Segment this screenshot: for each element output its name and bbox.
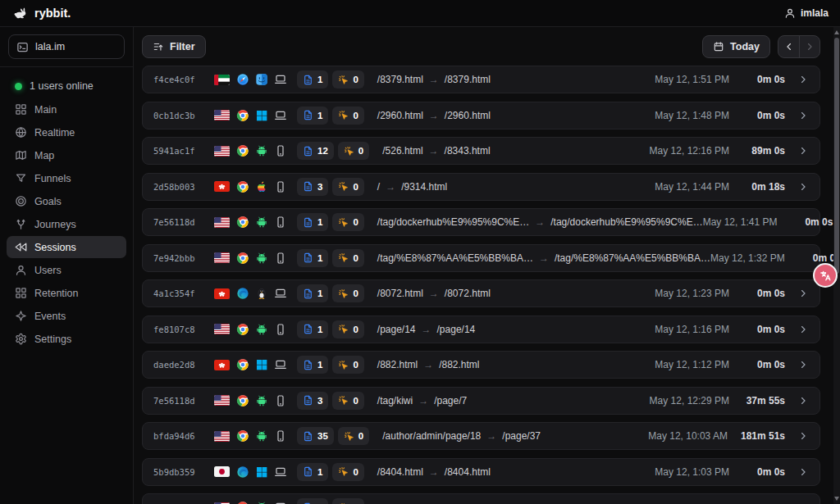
events-badge: 0 [332, 178, 363, 196]
sidebar-item-events[interactable]: Events [7, 305, 126, 327]
chevron-right-icon[interactable] [797, 110, 809, 121]
prev-date-button[interactable] [778, 36, 799, 57]
arrow-right-icon: → [429, 288, 439, 299]
chevron-right-icon[interactable] [797, 430, 809, 442]
sidebar-item-label: Realtime [34, 127, 75, 138]
site-selector[interactable]: lala.im [8, 34, 125, 59]
pageviews-badge: 3 [297, 392, 328, 410]
session-row[interactable]: 0cb1dc3b 1 0 /2960.html → /2960.html May… [142, 102, 820, 129]
chevron-right-icon[interactable] [797, 359, 809, 370]
sidebar-item-retention[interactable]: Retention [7, 282, 126, 304]
android-icon [255, 252, 268, 265]
chevron-right-icon[interactable] [797, 181, 809, 193]
session-duration: 181m 51s [741, 430, 785, 442]
chevron-right-icon[interactable] [797, 145, 809, 157]
sidebar-item-sessions[interactable]: Sessions [7, 236, 126, 258]
events-badge: 0 [332, 320, 363, 338]
session-id: 2d58b003 [153, 182, 204, 192]
sidebar-item-settings[interactable]: Settings [7, 328, 126, 350]
sidebar-item-label: Events [34, 311, 66, 322]
file-text-icon [303, 360, 313, 370]
mouse-pointer-click-icon [338, 324, 349, 334]
windows-icon [255, 109, 268, 122]
session-row[interactable]: f4ce4c0f 1 0 /8379.html → /8379.html May… [142, 66, 820, 93]
next-date-button[interactable] [799, 36, 819, 57]
mouse-pointer-click-icon [338, 395, 349, 406]
app-logo[interactable]: rybbit. [11, 6, 71, 20]
desktop-icon [274, 287, 287, 300]
sidebar-item-realtime[interactable]: Realtime [7, 121, 126, 143]
sidebar-item-users[interactable]: Users [7, 259, 126, 281]
site-name: lala.im [35, 41, 65, 52]
sidebar-item-main[interactable]: Main [7, 98, 126, 120]
sidebar-item-goals[interactable]: Goals [7, 190, 126, 212]
edge-icon [236, 465, 249, 479]
pageviews-badge: 35 [297, 427, 334, 445]
session-date: May 12, 1:51 PM [655, 74, 729, 85]
exit-path: /9314.html [401, 181, 447, 193]
sessions-page: Filter Today f4ce4c0f 1 0 /83 [134, 27, 840, 504]
chevron-left-icon [783, 41, 795, 52]
entry-path: /526.html [382, 145, 422, 157]
chevron-right-icon[interactable] [797, 288, 809, 299]
pageviews-badge: 1 [297, 356, 328, 374]
date-controls: Today [702, 35, 820, 58]
arrow-right-icon: → [429, 145, 439, 157]
translate-floating-button[interactable] [813, 263, 838, 288]
scrollbar-thumb[interactable] [834, 38, 839, 274]
session-duration: 0m 0s [790, 216, 833, 228]
session-row[interactable]: daede2d8 1 0 /882.html → /882.html May 1… [142, 351, 820, 379]
file-text-icon [303, 431, 313, 442]
session-id: 0cb1dc3b [153, 111, 204, 120]
exit-path: /8072.html [445, 288, 491, 299]
session-row[interactable]: 2d58b003 3 0 / → /9314.html May 12, 1:44… [142, 173, 820, 201]
session-row[interactable]: bfda94d6 35 0 /author/admin/page/18 → /p… [142, 422, 820, 450]
session-row[interactable]: 5b9db359 1 0 /8404.html → /8404.html May… [142, 458, 820, 486]
session-row[interactable]: 5941ac1f 12 0 /526.html → /8343.html May… [142, 137, 820, 165]
arrow-right-icon: → [386, 181, 395, 193]
session-row[interactable]: 7e56118d 3 0 /tag/kiwi → /page/7 May 12,… [142, 387, 820, 415]
mouse-pointer-click-icon [338, 181, 349, 192]
date-range-button[interactable]: Today [702, 35, 770, 58]
mouse-pointer-click-icon [344, 146, 354, 157]
app-title: rybbit. [34, 7, 71, 20]
session-row[interactable]: fe8107c8 1 0 /page/14 → /page/14 May 12,… [142, 316, 820, 343]
apple-icon [255, 180, 268, 193]
date-pager [778, 35, 820, 58]
android-icon [255, 144, 268, 157]
filter-button[interactable]: Filter [142, 35, 206, 58]
mouse-pointer-click-icon [338, 288, 349, 299]
exit-path: /tag/%E8%87%AA%E5%BB%BA… [555, 252, 710, 264]
session-row[interactable]: 4a1c354f 1 0 /8072.html → /8072.html May… [142, 279, 820, 307]
sidebar-item-journeys[interactable]: Journeys [7, 213, 126, 235]
entry-path: /tag/dockerhub%E9%95%9C%E… [377, 216, 529, 228]
user-menu[interactable]: imlala [784, 7, 829, 19]
target-icon [15, 195, 27, 207]
arrow-right-icon: → [486, 430, 496, 442]
session-duration: 0m 0s [742, 288, 785, 299]
arrow-right-icon: → [429, 110, 439, 121]
exit-path: /page/37 [502, 430, 541, 442]
sidebar-item-map[interactable]: Map [7, 144, 126, 166]
events-badge: 0 [332, 463, 363, 481]
online-status: 1 users online [7, 75, 126, 97]
scrollbar[interactable] [833, 27, 840, 504]
pageviews-badge: 1 [297, 498, 328, 504]
session-row[interactable]: 7e942bbb 1 0 /tag/%E8%87%AA%E5%BB%BA… → … [142, 244, 820, 272]
chevron-right-icon[interactable] [797, 324, 809, 335]
linux-icon [255, 287, 268, 300]
chevron-right-icon[interactable] [797, 395, 809, 406]
session-row[interactable]: 7e56118d 1 0 /tag/dockerhub%E9%95%9C%E… … [142, 208, 820, 236]
session-id: 7e942bbb [153, 253, 204, 263]
user-icon [784, 7, 796, 19]
chrome-icon [236, 109, 249, 122]
sidebar-item-funnels[interactable]: Funnels [7, 167, 126, 189]
session-row[interactable]: 1 0 → [142, 493, 820, 504]
site-selector-section: lala.im [0, 27, 133, 67]
scroll-up-icon[interactable] [834, 30, 839, 34]
chevron-right-icon[interactable] [797, 74, 809, 85]
scroll-down-icon[interactable] [834, 497, 839, 501]
ae-flag-icon [214, 75, 230, 85]
chevron-right-icon[interactable] [797, 466, 809, 478]
chrome-icon [236, 429, 249, 443]
